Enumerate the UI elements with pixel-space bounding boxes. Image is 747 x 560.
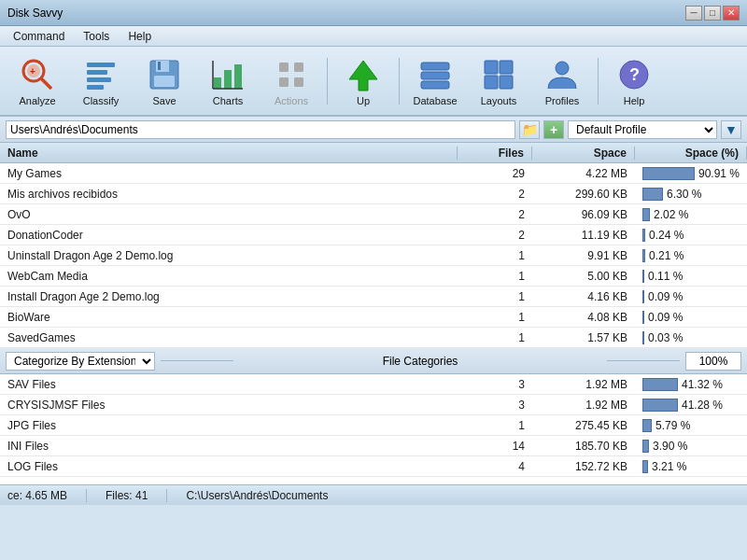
profile-select[interactable]: Default Profile — [568, 120, 717, 139]
table-row[interactable]: Install Dragon Age 2 Demo.log 1 4.16 KB … — [0, 287, 747, 307]
space-bar — [642, 208, 650, 221]
add-button[interactable]: + — [543, 120, 564, 139]
cat-space-bar — [642, 378, 678, 391]
save-label: Save — [152, 95, 176, 106]
space-bar — [642, 290, 644, 303]
row-pct: 0.03 % — [648, 331, 683, 344]
row-pct: 6.30 % — [667, 188, 701, 201]
database-icon — [416, 56, 454, 93]
category-table-row[interactable]: LOG Files 4 152.72 KB 3.21 % — [0, 456, 747, 477]
cat-row-name: LOG Files — [0, 460, 458, 473]
analyze-button[interactable]: + Analyze — [7, 51, 67, 111]
title-text: Disk Savvy — [7, 7, 63, 20]
cat-row-pct-cell: 3.21 % — [635, 458, 747, 475]
row-pct: 0.11 % — [648, 270, 683, 283]
help-button[interactable]: ? Help — [604, 51, 664, 111]
address-input[interactable] — [6, 120, 515, 139]
cat-space-bar — [642, 399, 678, 412]
up-button[interactable]: Up — [333, 51, 393, 111]
cat-row-files: 1 — [458, 419, 532, 432]
cat-row-pct: 41.32 % — [682, 378, 723, 391]
close-button[interactable]: ✕ — [723, 6, 740, 21]
row-pct-cell: 0.24 % — [635, 227, 747, 244]
category-table-row[interactable]: INI Files 14 185.70 KB 3.90 % — [0, 436, 747, 456]
row-space: 5.00 KB — [532, 270, 635, 283]
status-size: ce: 4.65 MB — [7, 489, 67, 502]
row-files: 2 — [458, 208, 532, 221]
row-name: Install Dragon Age 2 Demo.log — [0, 290, 458, 303]
row-space: 11.19 KB — [532, 229, 635, 242]
profiles-button[interactable]: Profiles — [532, 51, 592, 111]
menu-tools[interactable]: Tools — [74, 28, 119, 45]
space-bar — [642, 311, 644, 324]
table-row[interactable]: DonationCoder 2 11.19 KB 0.24 % — [0, 225, 747, 245]
category-table-row[interactable]: SAV Files 3 1.92 MB 41.32 % — [0, 374, 747, 395]
row-space: 299.60 KB — [532, 188, 635, 201]
cat-row-name: CRYSISJMSF Files — [0, 399, 458, 412]
cat-row-pct: 3.21 % — [652, 460, 686, 473]
classify-button[interactable]: Classify — [71, 51, 131, 111]
cat-divider-right — [607, 360, 680, 361]
cat-row-pct-cell: 41.32 % — [635, 376, 747, 393]
row-files: 1 — [458, 311, 532, 324]
analyze-label: Analyze — [19, 95, 55, 106]
status-sep-1 — [86, 489, 87, 502]
menu-help[interactable]: Help — [119, 28, 161, 45]
minimize-button[interactable]: ─ — [685, 6, 702, 21]
row-files: 29 — [458, 167, 532, 180]
menu-command[interactable]: Command — [4, 28, 74, 45]
table-row[interactable]: My Games 29 4.22 MB 90.91 % — [0, 163, 747, 184]
svg-rect-13 — [224, 70, 232, 89]
svg-rect-23 — [421, 72, 449, 79]
profile-dropdown[interactable]: ▼ — [721, 120, 741, 139]
row-pct-cell: 0.09 % — [635, 309, 747, 326]
table-row[interactable]: OvO 2 96.09 KB 2.02 % — [0, 204, 747, 225]
svg-text:+: + — [30, 66, 35, 77]
category-table-row[interactable]: JPG Files 1 275.45 KB 5.79 % — [0, 415, 747, 436]
toolbar: + Analyze Classify Save — [0, 47, 747, 117]
database-label: Database — [413, 95, 457, 106]
help-icon: ? — [615, 56, 653, 93]
database-button[interactable]: Database — [405, 51, 465, 111]
layouts-button[interactable]: Layouts — [469, 51, 529, 111]
save-button[interactable]: Save — [134, 51, 194, 111]
classify-label: Classify — [83, 95, 120, 106]
browse-button[interactable]: 📁 — [519, 120, 540, 139]
actions-button[interactable]: Actions — [261, 51, 321, 111]
space-bar — [642, 167, 695, 180]
cat-row-files: 3 — [458, 399, 532, 412]
svg-rect-25 — [485, 61, 498, 74]
svg-text:?: ? — [629, 65, 640, 84]
table-row[interactable]: SavedGames 1 1.57 KB 0.03 % — [0, 328, 747, 348]
row-pct-cell: 2.02 % — [635, 206, 747, 223]
row-pct-cell: 0.11 % — [635, 268, 747, 285]
table-row[interactable]: WebCam Media 1 5.00 KB 0.11 % — [0, 266, 747, 287]
category-select[interactable]: Categorize By Extension — [6, 352, 155, 371]
charts-button[interactable]: Charts — [198, 51, 258, 111]
svg-point-29 — [556, 62, 569, 75]
title-bar: Disk Savvy ─ □ ✕ — [0, 0, 747, 26]
table-row[interactable]: Uninstall Dragon Age 2 Demo.log 1 9.91 K… — [0, 245, 747, 266]
category-table-row[interactable]: CRYSISJMSF Files 3 1.92 MB 41.28 % — [0, 395, 747, 415]
row-name: BioWare — [0, 311, 458, 324]
table-row[interactable]: Mis archivos recibidos 2 299.60 KB 6.30 … — [0, 184, 747, 204]
maximize-button[interactable]: □ — [704, 6, 721, 21]
col-pct: Space (%) — [635, 147, 747, 160]
toolbar-sep-1 — [327, 58, 328, 105]
svg-rect-10 — [154, 76, 175, 87]
cat-space-bar — [642, 440, 649, 453]
cat-divider-left — [161, 360, 233, 361]
up-icon — [345, 56, 382, 93]
svg-rect-27 — [485, 76, 498, 89]
row-files: 2 — [458, 229, 532, 242]
row-files: 1 — [458, 249, 532, 262]
row-files: 1 — [458, 270, 532, 283]
row-pct-cell: 6.30 % — [635, 186, 747, 203]
row-pct: 90.91 % — [698, 167, 740, 180]
svg-rect-19 — [279, 77, 289, 87]
table-row[interactable]: BioWare 1 4.08 KB 0.09 % — [0, 307, 747, 328]
row-pct: 2.02 % — [654, 208, 688, 221]
row-name: Mis archivos recibidos — [0, 188, 458, 201]
row-name: My Games — [0, 167, 458, 180]
svg-marker-21 — [349, 61, 377, 91]
